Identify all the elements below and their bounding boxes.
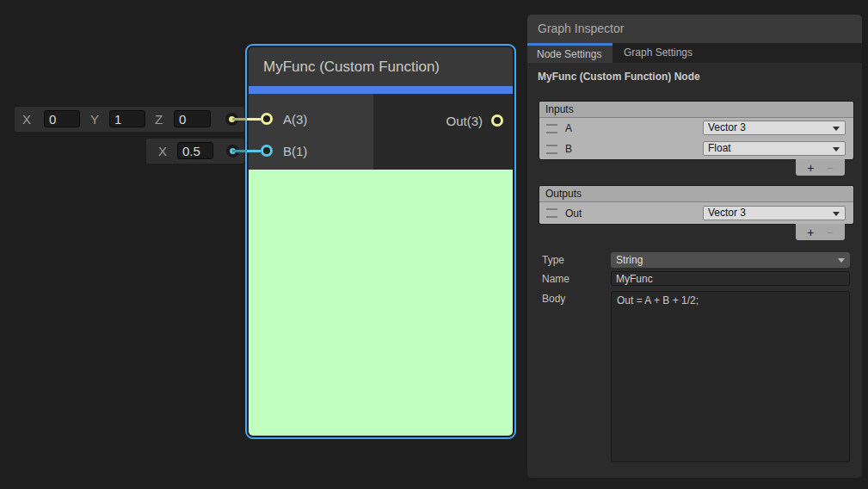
outputs-section: Outputs Out Vector 3 bbox=[539, 186, 853, 224]
node-title: MyFunc (Custom Function) bbox=[249, 47, 513, 86]
port-b[interactable]: B(1) bbox=[261, 141, 307, 160]
body-label: Body bbox=[542, 291, 565, 306]
x-axis-label: X bbox=[22, 107, 31, 132]
output-out-type-value: Vector 3 bbox=[708, 207, 746, 219]
custom-function-node[interactable]: MyFunc (Custom Function) A(3) B(1) Out(3… bbox=[245, 44, 516, 439]
port-out-connector-icon[interactable] bbox=[491, 115, 503, 127]
name-input[interactable] bbox=[611, 271, 850, 286]
inspector-tabs: Node Settings Graph Settings bbox=[527, 43, 862, 63]
x-value-field[interactable] bbox=[44, 110, 80, 127]
port-b-label: B(1) bbox=[283, 144, 307, 158]
wire-vector3-outer bbox=[232, 118, 247, 121]
z-axis-label: Z bbox=[155, 107, 163, 132]
input-row-b[interactable]: B Float bbox=[539, 139, 853, 159]
name-label: Name bbox=[542, 271, 569, 287]
inspector-title[interactable]: Graph Inspector bbox=[527, 15, 862, 43]
float-input-widget: X bbox=[146, 139, 244, 164]
outputs-section-header: Outputs bbox=[539, 186, 853, 202]
input-row-a[interactable]: A Vector 3 bbox=[539, 118, 853, 139]
port-a[interactable]: A(3) bbox=[261, 109, 307, 128]
input-b-type-dropdown[interactable]: Float bbox=[703, 141, 846, 156]
input-a-type-value: Vector 3 bbox=[708, 121, 746, 133]
node-body: MyFunc (Custom Function) A(3) B(1) Out(3… bbox=[249, 47, 513, 436]
drag-handle-icon[interactable] bbox=[546, 145, 557, 154]
node-output-ports: Out(3) bbox=[373, 94, 513, 170]
y-axis-label: Y bbox=[90, 107, 99, 132]
float-value-field[interactable] bbox=[177, 142, 213, 159]
chevron-down-icon bbox=[833, 212, 840, 216]
remove-input-button[interactable]: − bbox=[827, 161, 834, 175]
port-out-label: Out(3) bbox=[446, 114, 483, 128]
input-b-name: B bbox=[565, 143, 572, 155]
node-accent-bar bbox=[249, 86, 513, 94]
chevron-down-icon bbox=[833, 147, 840, 152]
output-row-out[interactable]: Out Vector 3 bbox=[539, 202, 853, 224]
node-input-ports: A(3) B(1) bbox=[249, 94, 373, 170]
drag-handle-icon[interactable] bbox=[546, 208, 557, 218]
type-dropdown[interactable]: String bbox=[611, 252, 850, 268]
wire-vector3-to-port-a bbox=[247, 118, 261, 121]
type-label: Type bbox=[542, 252, 564, 268]
output-out-type-dropdown[interactable]: Vector 3 bbox=[703, 206, 846, 220]
inputs-section-header: Inputs bbox=[539, 102, 853, 118]
outputs-list-footer: + − bbox=[796, 224, 845, 240]
inputs-list-footer: + − bbox=[796, 159, 845, 176]
wire-float-outer bbox=[232, 150, 247, 152]
add-input-button[interactable]: + bbox=[807, 161, 814, 175]
node-ports: A(3) B(1) Out(3) bbox=[249, 94, 513, 170]
port-b-connector-icon[interactable] bbox=[261, 145, 273, 157]
type-value: String bbox=[616, 254, 643, 266]
port-a-label: A(3) bbox=[283, 112, 307, 127]
chevron-down-icon bbox=[833, 127, 840, 131]
chevron-down-icon bbox=[838, 258, 845, 263]
graph-inspector-panel: Graph Inspector Node Settings Graph Sett… bbox=[527, 15, 862, 478]
remove-output-button[interactable]: − bbox=[827, 226, 834, 239]
body-textarea[interactable]: Out = A + B + 1/2; bbox=[611, 291, 850, 462]
tab-node-settings[interactable]: Node Settings bbox=[527, 43, 613, 63]
z-value-field[interactable] bbox=[174, 110, 211, 127]
port-out[interactable]: Out(3) bbox=[446, 111, 503, 130]
y-value-field[interactable] bbox=[109, 110, 145, 127]
input-b-type-value: Float bbox=[708, 142, 731, 154]
input-a-type-dropdown[interactable]: Vector 3 bbox=[703, 121, 846, 135]
output-out-name: Out bbox=[565, 207, 582, 220]
add-output-button[interactable]: + bbox=[807, 226, 814, 239]
float-x-label: X bbox=[158, 139, 167, 164]
drag-handle-icon[interactable] bbox=[546, 124, 557, 133]
input-a-name: A bbox=[565, 122, 572, 134]
tab-graph-settings[interactable]: Graph Settings bbox=[613, 43, 705, 63]
wire-float-to-port-b bbox=[247, 150, 261, 152]
port-a-connector-icon[interactable] bbox=[261, 113, 273, 125]
node-preview[interactable] bbox=[249, 170, 513, 436]
inspected-node-title: MyFunc (Custom Function) Node bbox=[538, 71, 700, 83]
vector3-input-widget: X Y Z bbox=[15, 107, 244, 132]
inputs-section: Inputs A Vector 3 B Float bbox=[539, 102, 853, 159]
